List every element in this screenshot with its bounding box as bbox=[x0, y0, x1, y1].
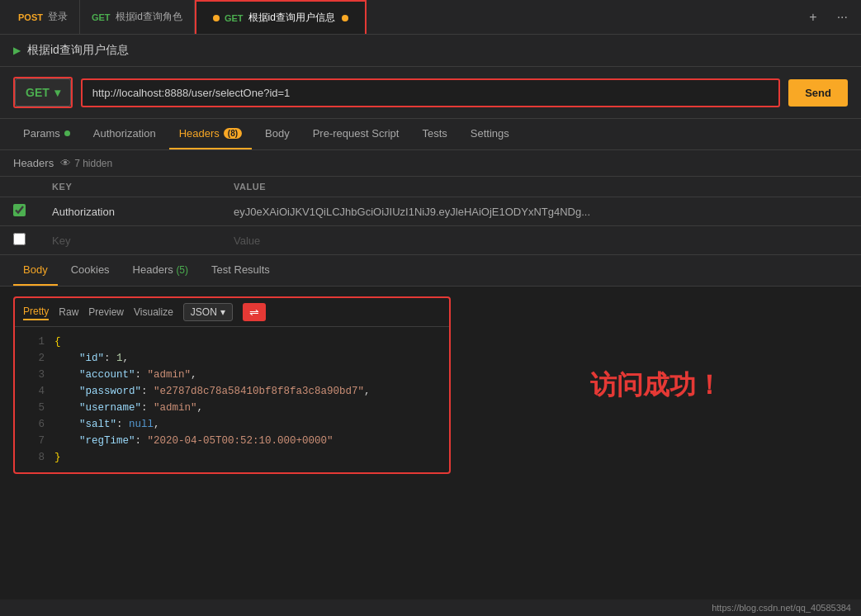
line-num-1: 1 bbox=[21, 334, 45, 350]
code-line-3: 3 "account": "admin", bbox=[15, 367, 449, 383]
more-tabs-button[interactable]: ··· bbox=[830, 7, 854, 28]
tab-method-get1: GET bbox=[92, 12, 111, 22]
body-tab-body-label: Body bbox=[23, 263, 48, 276]
hidden-count: 7 hidden bbox=[74, 158, 112, 169]
body-tab-testresults-label: Test Results bbox=[211, 263, 270, 276]
line-num-3: 3 bbox=[21, 367, 45, 383]
nav-tab-tests[interactable]: Tests bbox=[412, 119, 457, 149]
tab-method-post: POST bbox=[18, 12, 43, 22]
format-chevron-icon: ▾ bbox=[220, 306, 225, 318]
method-wrapper: GET ▾ bbox=[13, 77, 73, 108]
headers-col-value: VALUE bbox=[220, 177, 861, 197]
headers-col-key: KEY bbox=[39, 177, 220, 197]
tab-method-get2: GET bbox=[225, 13, 244, 23]
code-line-8: 8 } bbox=[15, 449, 449, 466]
tab-bar: POST 登录 GET 根据id查询角色 GET 根据id查询用户信息 + ··… bbox=[0, 0, 861, 35]
code-lines: 1 { 2 "id": 1, 3 "account": "admin", 4 bbox=[15, 327, 449, 472]
method-select[interactable]: GET ▾ bbox=[15, 78, 71, 107]
body-tab-cookies-label: Cookies bbox=[71, 263, 110, 276]
headers-count-badge: (8) bbox=[224, 128, 242, 139]
code-line-6: 6 "salt": null, bbox=[15, 416, 449, 433]
tab-bar-actions: + ··· bbox=[802, 7, 854, 28]
line-content-7: "regTime": "2020-04-05T00:52:10.000+0000… bbox=[54, 433, 334, 449]
url-bar: GET ▾ Send bbox=[0, 67, 861, 119]
tab-get-user[interactable]: GET 根据id查询用户信息 bbox=[195, 0, 367, 34]
line-content-8: } bbox=[54, 449, 61, 466]
wrap-button[interactable]: ⇌ bbox=[243, 303, 266, 321]
code-line-2: 2 "id": 1, bbox=[15, 350, 449, 367]
response-body: Pretty Raw Preview Visualize JSON ▾ ⇌ 1 … bbox=[0, 287, 861, 484]
method-chevron-icon: ▾ bbox=[54, 86, 60, 99]
footer-url: https://blog.csdn.net/qq_40585384 bbox=[712, 603, 851, 613]
chevron-right-icon: ▶ bbox=[13, 45, 21, 56]
header-checkbox-authorization[interactable] bbox=[13, 204, 26, 216]
code-view-raw[interactable]: Raw bbox=[59, 305, 78, 320]
success-area: 访问成功！ bbox=[464, 296, 848, 474]
nav-tab-body[interactable]: Body bbox=[255, 119, 300, 149]
nav-tab-headers-label: Headers bbox=[179, 127, 220, 140]
nav-tab-headers[interactable]: Headers (8) bbox=[169, 119, 252, 149]
code-line-4: 4 "password": "e2787d8c78a58410bf8f8fa3c… bbox=[15, 383, 449, 400]
line-num-7: 7 bbox=[21, 433, 45, 449]
header-value-empty-cell[interactable]: Value bbox=[220, 226, 861, 255]
headers-section-header: Headers 👁 7 hidden bbox=[0, 150, 861, 177]
nav-tab-authorization-label: Authorization bbox=[93, 127, 156, 140]
nav-tab-settings[interactable]: Settings bbox=[461, 119, 519, 149]
url-input[interactable] bbox=[83, 80, 778, 106]
format-select[interactable]: JSON ▾ bbox=[183, 303, 233, 321]
code-line-7: 7 "regTime": "2020-04-05T00:52:10.000+00… bbox=[15, 433, 449, 449]
body-tab-testresults[interactable]: Test Results bbox=[201, 255, 280, 286]
add-tab-button[interactable]: + bbox=[802, 7, 823, 28]
method-label: GET bbox=[26, 86, 50, 99]
headers-col-check bbox=[0, 177, 39, 197]
body-tab-headers[interactable]: Headers (5) bbox=[123, 255, 198, 286]
code-toolbar: Pretty Raw Preview Visualize JSON ▾ ⇌ bbox=[15, 298, 449, 327]
table-row: Authorization eyJ0eXAiOiJKV1QiLCJhbGciOi… bbox=[0, 197, 861, 226]
format-select-label: JSON bbox=[191, 306, 217, 318]
body-tab-body[interactable]: Body bbox=[13, 255, 58, 286]
nav-tab-authorization[interactable]: Authorization bbox=[83, 119, 166, 149]
tab-label-login: 登录 bbox=[48, 10, 68, 24]
line-content-5: "username": "admin", bbox=[54, 400, 203, 416]
request-title-bar: ▶ 根据id查询用户信息 bbox=[0, 35, 861, 67]
body-tab-cookies[interactable]: Cookies bbox=[61, 255, 120, 286]
hidden-badge: 👁 7 hidden bbox=[60, 157, 112, 169]
request-title: 根据id查询用户信息 bbox=[27, 43, 129, 58]
tab-dot-user2 bbox=[342, 15, 348, 21]
value-placeholder: Value bbox=[234, 235, 260, 247]
tab-get-role[interactable]: GET 根据id查询角色 bbox=[80, 0, 195, 34]
tab-post-login[interactable]: POST 登录 bbox=[7, 0, 80, 34]
code-view-visualize[interactable]: Visualize bbox=[134, 305, 173, 320]
headers-table: KEY VALUE Authorization eyJ0eXAiOiJKV1Qi… bbox=[0, 177, 861, 255]
header-key-authorization[interactable]: Authorization bbox=[39, 197, 220, 226]
header-checkbox-cell bbox=[0, 197, 39, 226]
table-row-empty: Key Value bbox=[0, 226, 861, 255]
nav-tab-params[interactable]: Params bbox=[13, 119, 80, 149]
line-content-1: { bbox=[54, 334, 61, 350]
nav-tab-prerequest-label: Pre-request Script bbox=[313, 127, 400, 140]
header-value-authorization[interactable]: eyJ0eXAiOiJKV1QiLCJhbGciOiJIUzI1NiJ9.eyJ… bbox=[220, 197, 861, 226]
line-content-3: "account": "admin", bbox=[54, 367, 197, 383]
header-checkbox-empty[interactable] bbox=[13, 233, 26, 245]
send-button[interactable]: Send bbox=[788, 79, 848, 107]
nav-tab-tests-label: Tests bbox=[422, 127, 447, 140]
url-input-wrapper bbox=[81, 78, 780, 107]
nav-tab-settings-label: Settings bbox=[471, 127, 509, 140]
code-line-1: 1 { bbox=[15, 334, 449, 350]
nav-tab-prerequest[interactable]: Pre-request Script bbox=[303, 119, 409, 149]
body-headers-count: (5) bbox=[176, 264, 188, 276]
line-num-5: 5 bbox=[21, 400, 45, 416]
header-key-empty-cell[interactable]: Key bbox=[39, 226, 220, 255]
tab-label-user: 根据id查询用户信息 bbox=[248, 11, 335, 25]
line-num-4: 4 bbox=[21, 383, 45, 400]
footer: https://blog.csdn.net/qq_40585384 bbox=[0, 599, 861, 616]
code-view-pretty[interactable]: Pretty bbox=[23, 304, 49, 320]
line-content-6: "salt": null, bbox=[54, 416, 160, 433]
code-line-5: 5 "username": "admin", bbox=[15, 400, 449, 416]
code-area: Pretty Raw Preview Visualize JSON ▾ ⇌ 1 … bbox=[13, 296, 451, 474]
success-text: 访问成功！ bbox=[590, 367, 722, 404]
line-content-4: "password": "e2787d8c78a58410bf8f8fa3c8a… bbox=[54, 383, 371, 400]
code-view-preview[interactable]: Preview bbox=[88, 305, 124, 320]
line-content-2: "id": 1, bbox=[54, 350, 129, 367]
tab-label-role: 根据id查询角色 bbox=[116, 10, 182, 24]
